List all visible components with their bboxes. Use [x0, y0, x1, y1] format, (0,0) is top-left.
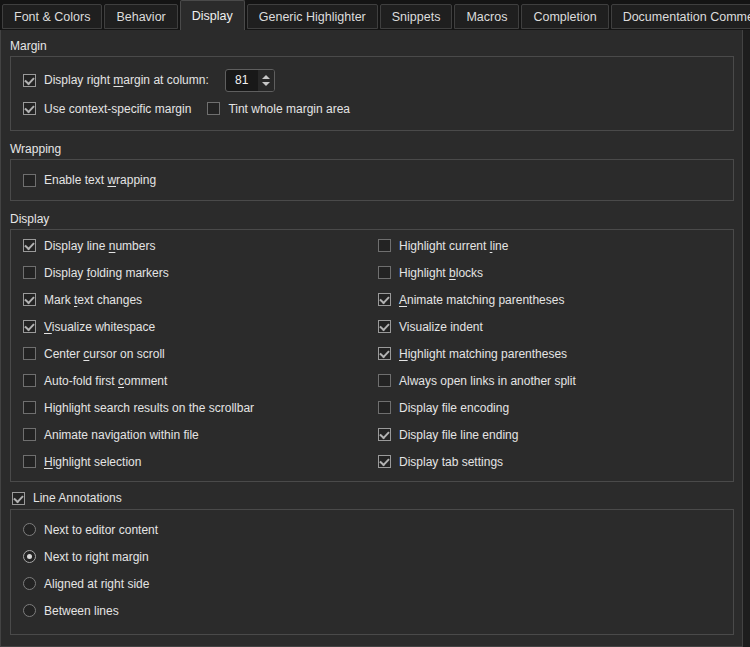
- use-context-specific-margin-label[interactable]: Use context-specific margin: [44, 102, 191, 116]
- display-tab-settings-label[interactable]: Display tab settings: [399, 455, 503, 469]
- tab-completion[interactable]: Completion: [521, 4, 608, 29]
- animate-matching-parentheses-checkbox[interactable]: [378, 293, 391, 306]
- aligned-at-right-side-radio[interactable]: [23, 577, 36, 590]
- display-line-numbers-checkbox[interactable]: [23, 239, 36, 252]
- highlight-current-line-item: Highlight current line: [378, 232, 721, 259]
- next-to-editor-content-radio[interactable]: [23, 523, 36, 536]
- display-file-line-ending-item: Display file line ending: [378, 421, 721, 448]
- highlight-blocks-item: Highlight blocks: [378, 259, 721, 286]
- spin-up-icon[interactable]: [262, 75, 270, 79]
- use-context-specific-margin-checkbox[interactable]: [23, 102, 36, 115]
- visualize-whitespace-label[interactable]: Visualize whitespace: [44, 320, 155, 334]
- auto-fold-first-comment-item: Auto-fold first comment: [23, 367, 378, 394]
- tab-macros[interactable]: Macros: [454, 4, 519, 29]
- wrapping-group: Enable text wrapping: [10, 159, 734, 201]
- display-file-encoding-checkbox[interactable]: [378, 401, 391, 414]
- display-options-right-column: Highlight current line Highlight blocks …: [378, 232, 721, 475]
- margin-column-spinbox[interactable]: 81: [225, 69, 275, 92]
- highlight-blocks-label[interactable]: Highlight blocks: [399, 266, 483, 280]
- line-annotations-group: Next to editor content Next to right mar…: [10, 509, 734, 635]
- visualize-indent-label[interactable]: Visualize indent: [399, 320, 483, 334]
- highlight-selection-checkbox[interactable]: [23, 455, 36, 468]
- highlight-search-results-scrollbar-item: Highlight search results on the scrollba…: [23, 394, 378, 421]
- tab-font-colors[interactable]: Font & Colors: [2, 4, 102, 29]
- animate-navigation-within-file-label[interactable]: Animate navigation within file: [44, 428, 199, 442]
- enable-text-wrapping-checkbox[interactable]: [23, 174, 36, 187]
- between-lines-label[interactable]: Between lines: [44, 604, 119, 618]
- display-folding-markers-item: Display folding markers: [23, 259, 378, 286]
- tab-snippets[interactable]: Snippets: [380, 4, 453, 29]
- display-file-line-ending-checkbox[interactable]: [378, 428, 391, 441]
- highlight-selection-label[interactable]: Highlight selection: [44, 455, 141, 469]
- highlight-current-line-checkbox[interactable]: [378, 239, 391, 252]
- display-options-left-column: Display line numbers Display folding mar…: [23, 232, 378, 475]
- display-file-encoding-label[interactable]: Display file encoding: [399, 401, 509, 415]
- display-line-numbers-item: Display line numbers: [23, 232, 378, 259]
- line-annotations-label[interactable]: Line Annotations: [33, 491, 122, 505]
- display-folding-markers-checkbox[interactable]: [23, 266, 36, 279]
- always-open-links-another-split-checkbox[interactable]: [378, 374, 391, 387]
- tint-whole-margin-item: Tint whole margin area: [207, 102, 350, 116]
- visualize-indent-item: Visualize indent: [378, 313, 721, 340]
- display-line-numbers-label[interactable]: Display line numbers: [44, 239, 155, 253]
- margin-options-row: Use context-specific margin Tint whole m…: [23, 100, 721, 117]
- center-cursor-on-scroll-item: Center cursor on scroll: [23, 340, 378, 367]
- display-right-margin-label[interactable]: Display right margin at column:: [44, 73, 209, 87]
- highlight-search-results-scrollbar-label[interactable]: Highlight search results on the scrollba…: [44, 401, 254, 415]
- highlight-search-results-scrollbar-checkbox[interactable]: [23, 401, 36, 414]
- next-to-editor-content-label[interactable]: Next to editor content: [44, 523, 158, 537]
- animate-navigation-within-file-checkbox[interactable]: [23, 428, 36, 441]
- highlight-matching-parentheses-label[interactable]: Highlight matching parentheses: [399, 347, 567, 361]
- tab-bar: Font & Colors Behavior Display Generic H…: [0, 0, 750, 30]
- spin-down-icon[interactable]: [262, 82, 270, 86]
- display-tab-settings-item: Display tab settings: [378, 448, 721, 475]
- display-folding-markers-label[interactable]: Display folding markers: [44, 266, 169, 280]
- tab-behavior[interactable]: Behavior: [104, 4, 177, 29]
- spinbox-buttons: [258, 70, 274, 91]
- visualize-indent-checkbox[interactable]: [378, 320, 391, 333]
- next-to-right-margin-radio[interactable]: [23, 550, 36, 563]
- animate-navigation-within-file-item: Animate navigation within file: [23, 421, 378, 448]
- tab-documentation-comments[interactable]: Documentation Comments: [611, 4, 750, 29]
- tab-display[interactable]: Display: [180, 0, 245, 30]
- aligned-at-right-side-item: Aligned at right side: [23, 570, 721, 597]
- tint-whole-margin-label[interactable]: Tint whole margin area: [228, 102, 350, 116]
- center-cursor-on-scroll-label[interactable]: Center cursor on scroll: [44, 347, 165, 361]
- next-to-right-margin-label[interactable]: Next to right margin: [44, 550, 149, 564]
- between-lines-radio[interactable]: [23, 604, 36, 617]
- text-editor-settings-window: Font & Colors Behavior Display Generic H…: [0, 0, 750, 647]
- display-file-line-ending-label[interactable]: Display file line ending: [399, 428, 518, 442]
- enable-text-wrapping-label[interactable]: Enable text wrapping: [44, 173, 156, 187]
- display-file-encoding-item: Display file encoding: [378, 394, 721, 421]
- always-open-links-another-split-label[interactable]: Always open links in another split: [399, 374, 576, 388]
- animate-matching-parentheses-label[interactable]: Animate matching parentheses: [399, 293, 564, 307]
- wrapping-group-title: Wrapping: [10, 142, 742, 156]
- always-open-links-another-split-item: Always open links in another split: [378, 367, 721, 394]
- aligned-at-right-side-label[interactable]: Aligned at right side: [44, 577, 149, 591]
- mark-text-changes-label[interactable]: Mark text changes: [44, 293, 142, 307]
- highlight-matching-parentheses-checkbox[interactable]: [378, 347, 391, 360]
- enable-text-wrapping-item: Enable text wrapping: [23, 172, 721, 188]
- line-annotations-checkbox[interactable]: [12, 492, 25, 505]
- display-group-title: Display: [10, 212, 742, 226]
- display-settings-pane: Margin Display right margin at column: 8…: [0, 30, 743, 647]
- line-annotations-group-title: Line Annotations: [12, 490, 742, 506]
- margin-column-value[interactable]: 81: [226, 70, 258, 91]
- highlight-current-line-label[interactable]: Highlight current line: [399, 239, 508, 253]
- mark-text-changes-item: Mark text changes: [23, 286, 378, 313]
- display-tab-settings-checkbox[interactable]: [378, 455, 391, 468]
- tab-generic-highlighter[interactable]: Generic Highlighter: [247, 4, 378, 29]
- mark-text-changes-checkbox[interactable]: [23, 293, 36, 306]
- tint-whole-margin-checkbox[interactable]: [207, 102, 220, 115]
- highlight-selection-item: Highlight selection: [23, 448, 378, 475]
- center-cursor-on-scroll-checkbox[interactable]: [23, 347, 36, 360]
- display-right-margin-checkbox[interactable]: [23, 74, 36, 87]
- visualize-whitespace-checkbox[interactable]: [23, 320, 36, 333]
- auto-fold-first-comment-label[interactable]: Auto-fold first comment: [44, 374, 167, 388]
- display-right-margin-row: Display right margin at column: 81: [23, 67, 721, 93]
- animate-matching-parentheses-item: Animate matching parentheses: [378, 286, 721, 313]
- auto-fold-first-comment-checkbox[interactable]: [23, 374, 36, 387]
- highlight-matching-parentheses-item: Highlight matching parentheses: [378, 340, 721, 367]
- display-group: Display line numbers Display folding mar…: [10, 229, 734, 482]
- highlight-blocks-checkbox[interactable]: [378, 266, 391, 279]
